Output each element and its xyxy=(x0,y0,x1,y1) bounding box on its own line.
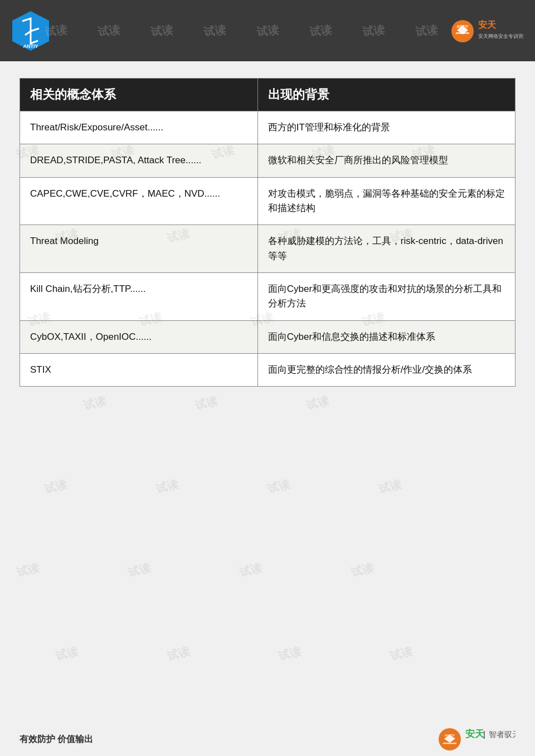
table-cell-right: 微软和相关安全厂商所推出的风险管理模型 xyxy=(257,144,515,177)
body-watermark-20: 试读 xyxy=(15,560,41,580)
body-watermark-18: 试读 xyxy=(266,476,291,496)
footer-logo-icon: ANTIY 安天 | 智者驭天下 xyxy=(437,727,515,752)
svg-rect-11 xyxy=(443,743,456,744)
body-watermark-14: 试读 xyxy=(193,393,219,413)
svg-text:智者驭天下: 智者驭天下 xyxy=(489,730,515,739)
svg-text:安天: 安天 xyxy=(478,19,497,30)
table-header-row: 相关的概念体系 出现的背景 xyxy=(20,79,515,111)
table-cell-right: 面向更完整的综合性的情报分析/作业/交换的体系 xyxy=(257,354,515,387)
watermark-h6: 试读 xyxy=(309,22,332,39)
table-cell-right: 面向Cyber和信息交换的描述和标准体系 xyxy=(257,320,515,353)
footer-left-text: 有效防护 价值输出 xyxy=(20,734,93,745)
right-logo-icon: ANTIY 安天 安天网络安全专训营第四期 xyxy=(451,16,524,46)
svg-text:ANTIY: ANTIY xyxy=(23,43,38,49)
table-cell-left: Kill Chain,钻石分析,TTP...... xyxy=(20,273,258,321)
table-row: CAPEC,CWE,CVE,CVRF，MAEC，NVD......对攻击模式，脆… xyxy=(20,177,515,225)
table-row: STIX面向更完整的综合性的情报分析/作业/交换的体系 xyxy=(20,354,515,387)
body-watermark-15: 试读 xyxy=(305,393,330,413)
table-cell-left: Threat Modeling xyxy=(20,225,258,273)
content-area: 相关的概念体系 出现的背景 Threat/Risk/Exposure/Asset… xyxy=(20,78,515,387)
header-watermarks: 试读 试读 试读 试读 试读 试读 试读 试读 试读 xyxy=(45,0,446,61)
watermark-h3: 试读 xyxy=(150,22,173,39)
table-cell-right: 各种威胁建模的方法论，工具，risk-centric，data-driven等等 xyxy=(257,225,515,273)
body-watermark-24: 试读 xyxy=(54,643,80,664)
body-watermark-25: 试读 xyxy=(166,643,191,664)
footer: 有效防护 价值输出 ANTIY 安天 | 智者驭天下 xyxy=(0,723,535,756)
table-row: Threat/Risk/Exposure/Asset......西方的IT管理和… xyxy=(20,111,515,144)
table-cell-left: STIX xyxy=(20,354,258,387)
svg-text:安天: 安天 xyxy=(465,728,485,739)
table-cell-left: DREAD,STRIDE,PASTA, Attack Tree...... xyxy=(20,144,258,177)
watermark-h8: 试读 xyxy=(415,22,438,39)
footer-right-brand: ANTIY 安天 | 智者驭天下 xyxy=(437,727,515,752)
body-watermark-26: 试读 xyxy=(277,643,303,664)
table-row: Kill Chain,钻石分析,TTP......面向Cyber和更高强度的攻击… xyxy=(20,273,515,321)
watermark-h1: 试读 xyxy=(45,22,67,39)
body-watermark-13: 试读 xyxy=(82,393,108,413)
watermark-h7: 试读 xyxy=(362,22,385,39)
watermark-h4: 试读 xyxy=(203,22,226,39)
header-right-brand: ANTIY 安天 安天网络安全专训营第四期 xyxy=(451,16,524,46)
table-cell-right: 面向Cyber和更高强度的攻击和对抗的场景的分析工具和分析方法 xyxy=(257,273,515,321)
table-cell-right: 西方的IT管理和标准化的背景 xyxy=(257,111,515,144)
body-watermark-22: 试读 xyxy=(238,560,264,580)
body-watermark-16: 试读 xyxy=(43,476,69,496)
svg-text:安天网络安全专训营第四期: 安天网络安全专训营第四期 xyxy=(478,33,524,39)
body-watermark-21: 试读 xyxy=(127,560,152,580)
body-watermark-23: 试读 xyxy=(349,560,375,580)
col-right-header: 出现的背景 xyxy=(257,79,515,111)
header: ANTIY 试读 试读 试读 试读 试读 试读 试读 试读 试读 ANTIY xyxy=(0,0,535,61)
body-watermark-17: 试读 xyxy=(154,476,180,496)
watermark-h2: 试读 xyxy=(97,22,120,39)
table-body: Threat/Risk/Exposure/Asset......西方的IT管理和… xyxy=(20,111,515,387)
table-row: DREAD,STRIDE,PASTA, Attack Tree......微软和… xyxy=(20,144,515,177)
body-watermark-27: 试读 xyxy=(388,643,414,664)
table-cell-left: Threat/Risk/Exposure/Asset...... xyxy=(20,111,258,144)
body-watermark-19: 试读 xyxy=(377,476,403,496)
watermark-h5: 试读 xyxy=(256,22,279,39)
svg-text:|: | xyxy=(483,729,485,739)
page: ANTIY 试读 试读 试读 试读 试读 试读 试读 试读 试读 ANTIY xyxy=(0,0,535,756)
svg-rect-5 xyxy=(456,32,469,34)
table-cell-left: CybOX,TAXII，OpenIOC...... xyxy=(20,320,258,353)
table-row: Threat Modeling各种威胁建模的方法论，工具，risk-centri… xyxy=(20,225,515,273)
col-left-header: 相关的概念体系 xyxy=(20,79,258,111)
table-cell-right: 对攻击模式，脆弱点，漏洞等各种基础的安全元素的标定和描述结构 xyxy=(257,177,515,225)
table-row: CybOX,TAXII，OpenIOC......面向Cyber和信息交换的描述… xyxy=(20,320,515,353)
main-table: 相关的概念体系 出现的背景 Threat/Risk/Exposure/Asset… xyxy=(20,78,515,387)
table-cell-left: CAPEC,CWE,CVE,CVRF，MAEC，NVD...... xyxy=(20,177,258,225)
